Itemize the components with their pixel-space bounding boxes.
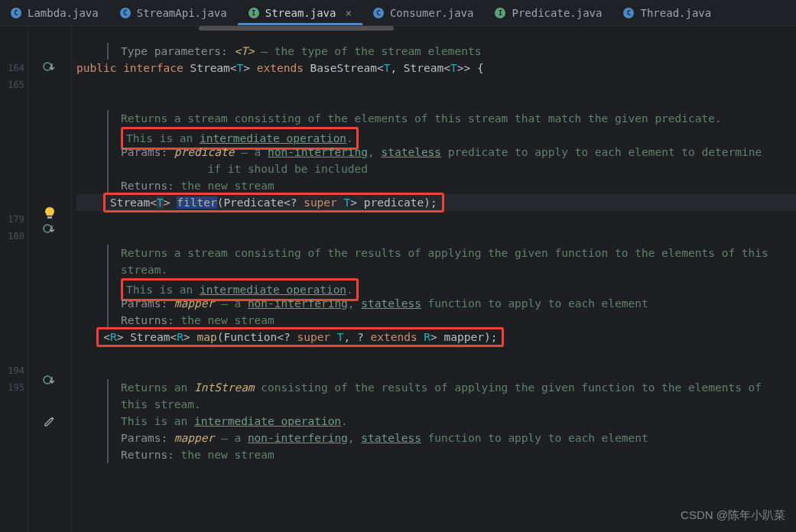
code-area[interactable]: Type parameters: <T> – the type of the s… — [72, 26, 796, 532]
javadoc-line: Type parameters: <T> – the type of the s… — [107, 43, 796, 60]
tab-stream[interactable]: I Stream.java × — [238, 0, 362, 25]
intermediate-operation-link[interactable]: intermediate operation — [200, 132, 346, 144]
javadoc-line: Returns a stream consisting of the resul… — [107, 245, 796, 261]
line-gutter: 164 165 179 180 194 195 — [0, 26, 28, 532]
interface-icon: I — [249, 8, 259, 18]
class-icon: C — [11, 8, 21, 18]
javadoc-line: Returns: the new stream — [107, 177, 796, 194]
class-icon: C — [120, 8, 131, 18]
line-number[interactable]: 165 — [0, 76, 24, 93]
class-icon: C — [623, 8, 634, 18]
javadoc-line: This is an intermediate operation. — [107, 278, 796, 295]
override-marker-icon[interactable] — [34, 375, 65, 385]
code-line: public interface Stream<T> extends BaseS… — [76, 60, 796, 76]
javadoc-line: Returns: the new stream — [107, 446, 796, 463]
javadoc-line: This is an intermediate operation. — [107, 127, 796, 144]
javadoc-line: stream. — [107, 261, 796, 278]
intermediate-operation-link[interactable]: intermediate operation — [200, 284, 346, 296]
line-number[interactable]: 195 — [0, 379, 24, 396]
svg-point-2 — [44, 225, 51, 232]
tab-consumer[interactable]: C Consumer.java — [362, 0, 485, 25]
javadoc-line: Returns an IntStream consisting of the r… — [107, 379, 796, 396]
javadoc-line: Returns: the new stream — [107, 312, 796, 329]
svg-rect-1 — [47, 216, 52, 219]
tab-label: Stream.java — [265, 7, 336, 19]
svg-point-0 — [44, 63, 51, 70]
tab-streamapi[interactable]: C StreamApi.java — [109, 0, 238, 25]
override-marker-icon[interactable] — [34, 61, 65, 72]
line-number[interactable]: 180 — [0, 228, 24, 245]
tab-label: Consumer.java — [390, 7, 474, 19]
code-line-filter: Stream<T> filter(Predicate<? super T> pr… — [76, 194, 796, 211]
svg-point-3 — [44, 376, 51, 384]
class-icon: C — [373, 8, 384, 18]
javadoc-line: this stream. — [107, 396, 796, 413]
editor-tabs: C Lambda.java C StreamApi.java I Stream.… — [0, 0, 796, 26]
watermark: CSDN @陈年小趴菜 — [681, 508, 785, 523]
close-icon[interactable]: × — [345, 7, 351, 19]
override-marker-icon[interactable] — [34, 223, 65, 234]
javadoc-line: This is an intermediate operation. — [107, 413, 796, 430]
intention-bulb-icon[interactable] — [34, 206, 65, 220]
javadoc-line: if it should be included — [107, 161, 796, 177]
javadoc-line: Params: predicate – a non-interfering, s… — [107, 144, 796, 161]
tab-label: Predicate.java — [512, 7, 602, 19]
code-line-map: <R> Stream<R> map(Function<? super T, ? … — [76, 329, 796, 345]
tab-label: StreamApi.java — [137, 7, 227, 19]
tab-lambda[interactable]: C Lambda.java — [0, 0, 109, 25]
edit-icon[interactable] — [34, 416, 65, 428]
line-number[interactable]: 194 — [0, 362, 24, 379]
gutter-markers — [28, 26, 72, 532]
javadoc-line: Params: mapper – a non-interfering, stat… — [107, 295, 796, 312]
editor: 164 165 179 180 194 195 — [0, 26, 796, 532]
line-number[interactable]: 179 — [0, 211, 24, 228]
tab-thread[interactable]: C Thread.java — [612, 0, 722, 25]
javadoc-line: Params: mapper – a non-interfering, stat… — [107, 430, 796, 446]
tab-label: Lambda.java — [28, 7, 99, 19]
tab-predicate[interactable]: I Predicate.java — [484, 0, 612, 25]
interface-icon: I — [495, 8, 505, 18]
line-number[interactable]: 164 — [0, 60, 24, 76]
tab-label: Thread.java — [640, 7, 711, 19]
intermediate-operation-link[interactable]: intermediate operation — [194, 415, 341, 427]
javadoc-line: Returns a stream consisting of the eleme… — [107, 110, 796, 127]
